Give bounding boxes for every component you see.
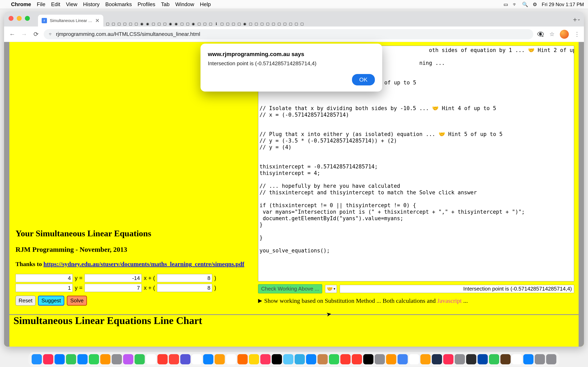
bg-tab-icon[interactable]: ▢ <box>179 21 185 26</box>
dock-app-icon[interactable] <box>295 354 305 364</box>
solve-button[interactable]: Solve <box>67 296 87 306</box>
eye-off-icon[interactable]: 👁‍🗨 <box>537 31 544 38</box>
dock-app-icon[interactable] <box>489 354 499 364</box>
tab-list-menu-icon[interactable]: ⌄ <box>577 16 581 22</box>
dock-app-icon[interactable] <box>43 354 53 364</box>
bg-tab-icon[interactable]: ◉ <box>242 21 247 26</box>
menu-tab[interactable]: Tab <box>161 1 170 8</box>
window-zoom-button[interactable] <box>25 16 30 21</box>
dock-app-icon[interactable] <box>363 354 373 364</box>
dock-app-icon[interactable] <box>54 354 65 364</box>
battery-icon[interactable]: ▭ <box>503 2 508 7</box>
bg-tab-icon[interactable]: ◉ <box>173 21 179 26</box>
bg-tab-icon[interactable]: ▢ <box>265 21 270 26</box>
window-minimize-button[interactable] <box>17 16 22 21</box>
bg-tab-icon[interactable]: ▢ <box>236 21 242 26</box>
dock-app-icon[interactable] <box>112 354 122 364</box>
bg-tab-icon[interactable]: ▢ <box>111 21 116 26</box>
dock-app-icon[interactable] <box>398 354 408 364</box>
eq1-coeff-x-input[interactable] <box>85 274 142 282</box>
dock-app-icon[interactable] <box>340 354 351 364</box>
bg-tab-icon[interactable]: ◉ <box>168 21 173 26</box>
chrome-menu-icon[interactable]: ⋮ <box>574 31 580 38</box>
dock-app-icon[interactable] <box>157 354 168 364</box>
dock-app-icon[interactable] <box>501 354 511 364</box>
dock-app-icon[interactable] <box>318 354 328 364</box>
menu-window[interactable]: Window <box>175 1 194 8</box>
dock-app-icon[interactable] <box>386 354 396 364</box>
wifi-icon[interactable]: ᯤ <box>513 2 518 7</box>
bg-tab-icon[interactable]: ◉ <box>139 21 145 26</box>
dock-app-icon[interactable] <box>32 354 42 364</box>
bg-tab-icon[interactable]: ▢ <box>277 21 282 26</box>
dock-app-icon[interactable] <box>203 354 213 364</box>
menu-view[interactable]: View <box>66 1 77 8</box>
eq1-coeff-y-input[interactable] <box>16 274 73 282</box>
dock-app-icon[interactable] <box>100 354 111 364</box>
menu-help[interactable]: Help <box>200 1 211 8</box>
bg-tab-icon[interactable]: ▢ <box>185 21 190 26</box>
bg-tab-icon[interactable]: ◉ <box>145 21 150 26</box>
bg-tab-icon[interactable]: ▢ <box>259 21 265 26</box>
menubar-app-name[interactable]: Chrome <box>11 1 31 8</box>
bg-tab-icon[interactable]: ▢ <box>254 21 259 26</box>
hint-dropdown[interactable]: 🤝▾ <box>325 285 337 293</box>
dock-app-icon[interactable] <box>420 354 431 364</box>
reload-button[interactable]: ⟳ <box>32 31 40 38</box>
dock-app-icon[interactable] <box>135 354 145 364</box>
active-tab[interactable]: r Simultaneous Linear Equations Hints ..… <box>38 15 103 26</box>
dock-app-icon[interactable] <box>215 354 225 364</box>
bg-tab-icon[interactable]: ▢ <box>208 21 213 26</box>
dock-app-icon[interactable] <box>192 354 202 364</box>
bg-tab-icon[interactable]: ▢ <box>231 21 236 26</box>
eq2-coeff-x-input[interactable] <box>85 284 142 292</box>
site-info-icon[interactable]: ᯤ <box>49 32 53 37</box>
bg-tab-icon[interactable]: ◉ <box>191 21 196 26</box>
bg-tab-icon[interactable]: ▢ <box>225 21 230 26</box>
bg-tab-icon[interactable]: ▢ <box>105 21 110 26</box>
tab-close-icon[interactable]: ✕ <box>95 17 100 24</box>
dock-app-icon[interactable] <box>466 354 476 364</box>
profile-avatar[interactable] <box>560 30 569 39</box>
dock-app-icon[interactable] <box>477 354 488 364</box>
dock-app-icon[interactable] <box>249 354 259 364</box>
bg-tab-icon[interactable]: ▢ <box>162 21 167 26</box>
reset-button[interactable]: Reset <box>16 296 35 306</box>
menu-file[interactable]: File <box>37 1 45 8</box>
dock-app-icon[interactable] <box>77 354 87 364</box>
bg-tab-icon[interactable]: ▢ <box>128 21 133 26</box>
dock-app-icon[interactable] <box>329 354 339 364</box>
dock-app-icon[interactable] <box>123 354 133 364</box>
show-working-disclosure[interactable]: ▶ Show working based on Substitution Met… <box>258 297 574 305</box>
dock-app-icon[interactable] <box>455 354 465 364</box>
back-button[interactable]: ← <box>8 31 16 38</box>
bg-tab-icon[interactable]: ℹ <box>214 21 219 26</box>
bg-tab-icon[interactable]: ▢ <box>134 21 139 26</box>
dock-app-icon[interactable] <box>89 354 99 364</box>
bg-tab-icon[interactable]: ▢ <box>219 21 225 26</box>
bg-tab-icon[interactable]: ▢ <box>248 21 253 26</box>
dock-app-icon[interactable] <box>306 354 316 364</box>
suggest-button[interactable]: Suggest <box>38 296 64 306</box>
bg-tab-icon[interactable]: ▢ <box>282 21 287 26</box>
dock-app-icon[interactable] <box>535 354 545 364</box>
dock-app-icon[interactable] <box>546 354 556 364</box>
dock-app-icon[interactable] <box>352 354 362 364</box>
dock-app-icon[interactable] <box>512 354 522 364</box>
dock-app-icon[interactable] <box>283 354 293 364</box>
dock-app-icon[interactable] <box>409 354 419 364</box>
dock-app-icon[interactable] <box>375 354 385 364</box>
bg-tab-icon[interactable]: ▢ <box>271 21 276 26</box>
bg-tab-icon[interactable]: ▢ <box>116 21 122 26</box>
forward-button[interactable]: → <box>20 31 28 38</box>
bg-tab-icon[interactable]: ▢ <box>294 21 299 26</box>
dock-app-icon[interactable] <box>146 354 156 364</box>
eq1-const-input[interactable] <box>157 274 212 282</box>
menu-profiles[interactable]: Profiles <box>138 1 155 8</box>
eq2-const-input[interactable] <box>157 284 212 292</box>
address-bar[interactable]: ᯤ rjmprogramming.com.au/HTMLCSS/simultan… <box>44 29 533 39</box>
dock-app-icon[interactable] <box>169 354 179 364</box>
dock-app-icon[interactable] <box>272 354 282 364</box>
dock-app-icon[interactable] <box>523 354 534 364</box>
menu-bookmarks[interactable]: Bookmarks <box>105 1 132 8</box>
